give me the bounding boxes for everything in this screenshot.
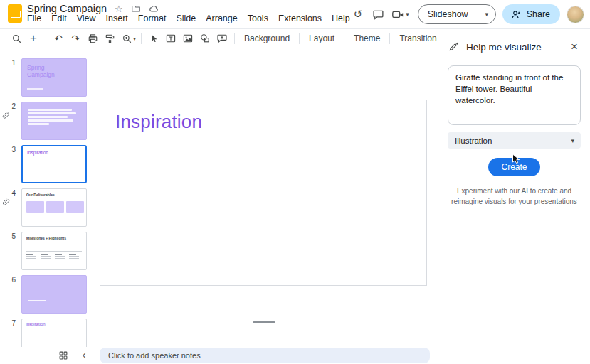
close-panel-icon[interactable]: ×: [566, 38, 583, 55]
text-line: [28, 123, 49, 125]
grid-view-icon[interactable]: [57, 349, 70, 362]
insert-image-icon[interactable]: [179, 30, 196, 47]
text-line: [69, 254, 76, 255]
thumbnail-content: [26, 254, 79, 259]
style-selected-value: Illustration: [455, 136, 492, 145]
new-slide-icon[interactable]: +: [25, 30, 42, 47]
content-column: [41, 254, 51, 259]
search-menus-icon[interactable]: [8, 30, 25, 47]
toolbar-separator: [389, 33, 390, 44]
text-line: [41, 256, 51, 257]
slides-app-icon[interactable]: [8, 4, 22, 23]
menu-file[interactable]: File: [22, 12, 46, 25]
divider-line: [26, 251, 82, 252]
slide-thumbnail[interactable]: Milestones + Highlights: [21, 232, 87, 270]
thumbnail-content: [26, 201, 84, 213]
slide-thumbnail[interactable]: Our Deliverables: [21, 188, 87, 227]
slide-number: 3: [11, 146, 16, 154]
slide-thumbnail[interactable]: Inspiration: [21, 318, 87, 347]
transition-button[interactable]: Transition: [394, 31, 442, 46]
thumbnail-title: Milestones + Highlights: [22, 232, 86, 240]
redo-icon[interactable]: ↷: [67, 30, 84, 47]
speaker-notes-input[interactable]: Click to add speaker notes: [100, 348, 430, 363]
account-avatar[interactable]: [567, 6, 584, 23]
paperclip-icon: [2, 111, 11, 119]
slide-gutter: 3: [0, 145, 21, 183]
text-line: [26, 258, 36, 259]
slide-thumbnail[interactable]: Spring Campaign: [21, 58, 87, 97]
menu-extensions[interactable]: Extensions: [273, 12, 327, 25]
text-line: [41, 258, 51, 259]
present-dropdown-caret-icon[interactable]: ▾: [406, 11, 409, 18]
filmstrip-slide-3[interactable]: 3 Inspiration: [0, 145, 93, 183]
layout-button[interactable]: Layout: [303, 31, 340, 46]
background-button[interactable]: Background: [238, 31, 295, 46]
thumbnail-title: Inspiration: [22, 319, 86, 326]
speaker-notes-bar: ‹ Click to add speaker notes: [0, 347, 438, 364]
menu-slide[interactable]: Slide: [171, 12, 201, 25]
slide-title-text[interactable]: Inspiration: [115, 111, 202, 133]
share-person-icon: [511, 9, 522, 20]
comments-icon[interactable]: [368, 4, 388, 24]
top-right-actions: ↺ ▾ Slideshow ▾ Share: [348, 4, 584, 24]
toolbar-separator: [46, 33, 46, 44]
insert-shape-icon[interactable]: [196, 30, 214, 47]
filmstrip-slide-4[interactable]: 4 Our Deliverables: [0, 188, 93, 227]
theme-button[interactable]: Theme: [348, 31, 386, 46]
share-button[interactable]: Share: [502, 4, 560, 24]
zoom-caret-icon[interactable]: ▾: [133, 36, 136, 42]
paint-format-icon[interactable]: [101, 30, 118, 47]
text-line: [26, 254, 33, 255]
slide-number: 6: [11, 276, 16, 284]
slideshow-options-caret-icon[interactable]: ▾: [478, 5, 495, 23]
prompt-input[interactable]: Giraffe standing in front of the Eiffel …: [448, 65, 581, 125]
style-dropdown[interactable]: Illustration ▾: [448, 132, 581, 149]
text-box-icon[interactable]: [162, 30, 179, 47]
undo-icon[interactable]: ↶: [50, 30, 67, 47]
filmstrip-slide-6[interactable]: 6: [0, 275, 93, 314]
text-line: [69, 258, 79, 259]
print-icon[interactable]: [84, 30, 101, 47]
slide-gutter: 2: [0, 102, 21, 140]
thumbnail-title: Inspiration: [23, 146, 85, 155]
menu-format[interactable]: Format: [133, 12, 172, 25]
version-history-icon[interactable]: ↺: [348, 4, 368, 24]
slide-filmstrip: 1 Spring Campaign 2 3 I: [0, 49, 93, 347]
select-tool-icon[interactable]: [145, 30, 162, 47]
content-box: [26, 201, 44, 213]
slide-gutter: 7: [0, 318, 21, 347]
text-line: [55, 256, 65, 257]
content-column: [26, 254, 36, 259]
create-button[interactable]: Create: [488, 158, 539, 176]
menu-arrange[interactable]: Arrange: [201, 12, 242, 25]
filmstrip-slide-5[interactable]: 5 Milestones + Highlights: [0, 232, 93, 270]
menu-edit[interactable]: Edit: [46, 12, 72, 25]
present-camera-icon[interactable]: [388, 4, 408, 24]
slide-gutter: 5: [0, 232, 21, 270]
slide-number: 4: [11, 189, 16, 197]
toolbar-separator: [234, 33, 235, 44]
slide-thumbnail[interactable]: [21, 102, 87, 140]
text-line: [69, 256, 79, 257]
text-line: [28, 300, 46, 302]
text-line: [28, 109, 72, 111]
filmstrip-slide-7[interactable]: 7 Inspiration: [0, 318, 93, 347]
filmstrip-slide-2[interactable]: 2: [0, 102, 93, 140]
panel-caption: Experiment with our AI to create and rei…: [451, 186, 578, 207]
current-slide[interactable]: Inspiration: [100, 100, 427, 286]
slide-gutter: 4: [0, 188, 21, 227]
slide-number: 2: [11, 102, 16, 110]
collapse-filmstrip-icon[interactable]: ‹: [78, 348, 90, 362]
slide-thumbnail[interactable]: [21, 275, 87, 314]
menu-tools[interactable]: Tools: [243, 12, 273, 25]
slideshow-button[interactable]: Slideshow ▾: [418, 4, 496, 24]
slide-gutter: 6: [0, 275, 21, 314]
filmstrip-slide-1[interactable]: 1 Spring Campaign: [0, 58, 93, 97]
toolbar-separator: [141, 33, 142, 44]
menu-insert[interactable]: Insert: [101, 12, 133, 25]
thumbnail-text-block: [28, 109, 76, 125]
slide-thumbnail-selected[interactable]: Inspiration: [21, 145, 87, 183]
horizontal-scrollbar[interactable]: [253, 321, 275, 323]
menu-view[interactable]: View: [72, 12, 101, 25]
insert-comment-icon[interactable]: [214, 30, 231, 47]
